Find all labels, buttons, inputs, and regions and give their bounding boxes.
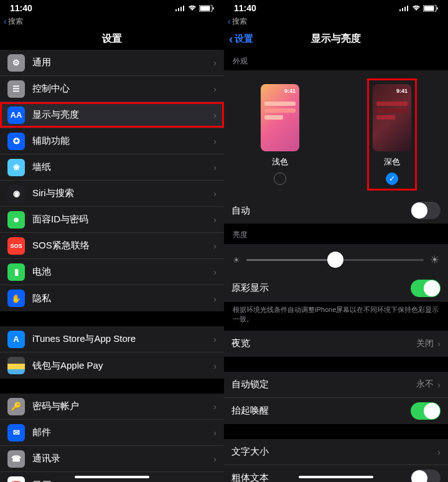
- settings-row-appstore[interactable]: AiTunes Store与App Store›: [0, 326, 224, 352]
- settings-row-mail[interactable]: ✉邮件›: [0, 420, 224, 446]
- nightshift-label: 夜览: [231, 338, 416, 349]
- settings-row-sliders[interactable]: ☰控制中心›: [0, 76, 224, 102]
- row-label: 通讯录: [32, 453, 213, 465]
- row-label: 钱包与Apple Pay: [32, 360, 213, 372]
- brightness-slider[interactable]: [246, 259, 424, 261]
- row-label: iTunes Store与App Store: [32, 333, 213, 345]
- title-bar: ‹ 设置 显示与亮度: [224, 27, 448, 50]
- svg-rect-8: [402, 8, 403, 11]
- raise-row[interactable]: 抬起唤醒: [224, 398, 448, 424]
- search-label: 搜索: [8, 16, 23, 27]
- display-brightness-screen: 11:40 ‹ 搜索 ‹ 设置 显示与亮度 外观 9:41 浅色: [224, 0, 448, 482]
- home-indicator[interactable]: [75, 476, 149, 478]
- title-bar: 设置: [0, 27, 224, 50]
- settings-screen: 11:40 ‹ 搜索 设置 ⚙通用›☰控制中心›AA显示与亮度›✪辅助功能›❀墙…: [0, 0, 224, 482]
- page-title: 设置: [102, 32, 122, 45]
- battery-icon: [199, 5, 214, 12]
- chevron-right-icon: ›: [213, 293, 217, 304]
- settings-row-siri[interactable]: ◉Siri与搜索›: [0, 181, 224, 207]
- sos-icon: SOS: [7, 237, 25, 255]
- row-label: 隐私: [32, 293, 213, 305]
- page-title: 显示与亮度: [311, 32, 361, 45]
- settings-row-faceid[interactable]: ☻面容ID与密码›: [0, 207, 224, 233]
- light-radio[interactable]: [274, 172, 286, 185]
- chevron-right-icon: ›: [213, 361, 217, 371]
- appearance-option-light[interactable]: 9:41 浅色: [257, 80, 303, 189]
- truetone-label: 原彩显示: [231, 282, 411, 294]
- truetone-row[interactable]: 原彩显示: [224, 275, 448, 301]
- chevron-right-icon: ›: [213, 267, 217, 277]
- dark-thumbnail: 9:41: [373, 84, 411, 151]
- settings-row-sos[interactable]: SOSSOS紧急联络›: [0, 233, 224, 259]
- wifi-icon: [188, 5, 197, 11]
- chevron-right-icon: ›: [213, 188, 217, 199]
- search-back[interactable]: ‹ 搜索: [0, 15, 224, 27]
- row-label: Siri与搜索: [32, 187, 213, 199]
- settings-row-battery[interactable]: ▮电池›: [0, 259, 224, 285]
- appearance-option-dark[interactable]: 9:41 深色 ✓: [369, 80, 415, 189]
- sliders-icon: ☰: [7, 80, 25, 98]
- chevron-left-icon: ‹: [229, 32, 233, 46]
- appstore-icon: A: [7, 331, 25, 348]
- status-time: 11:40: [234, 3, 256, 13]
- chevron-right-icon: ›: [213, 240, 217, 251]
- settings-row-key[interactable]: 🔑密码与帐户›: [0, 394, 224, 420]
- sun-high-icon: ☀︎: [430, 253, 439, 267]
- settings-row-hand[interactable]: ✋隐私›: [0, 285, 224, 311]
- settings-row-wallpaper[interactable]: ❀墙纸›: [0, 154, 224, 181]
- raise-label: 抬起唤醒: [231, 405, 411, 417]
- mail-icon: ✉: [7, 424, 25, 442]
- appearance-picker: 9:41 浅色 9:41 深色 ✓: [224, 70, 448, 197]
- auto-toggle[interactable]: [411, 202, 441, 219]
- search-back[interactable]: ‹ 搜索: [224, 15, 448, 27]
- wallpaper-icon: ❀: [7, 159, 25, 176]
- chevron-right-icon: ›: [437, 338, 441, 349]
- faceid-icon: ☻: [7, 211, 25, 229]
- svg-rect-2: [180, 7, 182, 11]
- autolock-row[interactable]: 自动锁定 永不 ›: [224, 372, 448, 398]
- auto-row[interactable]: 自动: [224, 197, 448, 224]
- row-label: 电池: [32, 266, 213, 278]
- chevron-right-icon: ›: [437, 379, 441, 390]
- settings-list[interactable]: ⚙通用›☰控制中心›AA显示与亮度›✪辅助功能›❀墙纸›◉Siri与搜索›☻面容…: [0, 50, 224, 482]
- settings-row-wallet[interactable]: 钱包与Apple Pay›: [0, 352, 224, 379]
- row-label: 墙纸: [32, 161, 213, 173]
- svg-rect-9: [404, 7, 406, 11]
- svg-rect-0: [175, 9, 177, 11]
- display-settings-content[interactable]: 外观 9:41 浅色 9:41 深色 ✓ 自动: [224, 50, 448, 482]
- nightshift-row[interactable]: 夜览 关闭 ›: [224, 331, 448, 357]
- truetone-toggle[interactable]: [411, 280, 441, 297]
- svg-rect-10: [407, 6, 408, 11]
- signal-icon: [175, 5, 185, 11]
- battery-icon: ▮: [7, 263, 25, 281]
- row-label: 面容ID与密码: [32, 214, 213, 225]
- bold-toggle[interactable]: [411, 470, 441, 482]
- chevron-right-icon: ›: [213, 214, 217, 225]
- status-bar: 11:40: [224, 0, 448, 15]
- home-indicator[interactable]: [299, 476, 373, 478]
- dark-radio[interactable]: ✓: [386, 172, 398, 185]
- raise-toggle[interactable]: [411, 402, 441, 420]
- svg-rect-12: [424, 6, 434, 11]
- settings-row-contacts[interactable]: ☎通讯录›: [0, 446, 224, 472]
- svg-rect-5: [200, 6, 210, 11]
- chevron-right-icon: ›: [213, 334, 217, 344]
- textsize-row[interactable]: 文字大小 ›: [224, 439, 448, 465]
- wallet-icon: [7, 357, 25, 374]
- light-label: 浅色: [272, 156, 288, 168]
- light-thumbnail: 9:41: [261, 84, 299, 151]
- accessibility-icon: ✪: [7, 133, 25, 150]
- back-label: 设置: [235, 33, 253, 45]
- chevron-left-icon: ‹: [4, 16, 7, 26]
- svg-rect-6: [213, 7, 214, 9]
- settings-row-accessibility[interactable]: ✪辅助功能›: [0, 128, 224, 154]
- settings-row-gear[interactable]: ⚙通用›: [0, 50, 224, 76]
- svg-rect-7: [399, 9, 401, 11]
- chevron-right-icon: ›: [213, 401, 217, 412]
- back-button[interactable]: ‹ 设置: [229, 27, 253, 50]
- row-label: 日历: [32, 480, 213, 483]
- svg-rect-13: [437, 7, 438, 9]
- settings-row-text-size[interactable]: AA显示与亮度›: [0, 102, 224, 128]
- chevron-left-icon: ‹: [228, 16, 231, 26]
- bold-row[interactable]: 粗体文本: [224, 465, 448, 482]
